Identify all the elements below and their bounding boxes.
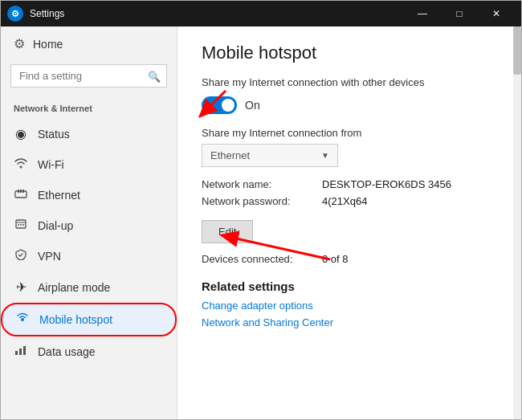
sidebar-item-dialup[interactable]: Dial-up [1, 210, 177, 241]
home-icon: ⚙ [14, 36, 25, 51]
sidebar-label-hotspot: Mobile hotspot [39, 313, 112, 326]
devices-connected-key: Devices connected: [202, 253, 306, 265]
share-from-label: Share my Internet connection from [202, 127, 497, 139]
svg-point-6 [18, 224, 19, 226]
sidebar-label-status: Status [38, 128, 70, 141]
scrollbar-thumb[interactable] [513, 27, 521, 75]
toggle-state-label: On [245, 99, 260, 112]
svg-rect-12 [23, 346, 26, 355]
change-adapter-link[interactable]: Change adapter options [202, 300, 497, 312]
search-icon: 🔍 [148, 70, 161, 82]
chevron-down-icon: ▼ [321, 151, 329, 160]
datausage-icon [14, 345, 28, 359]
network-name-val: DESKTOP-EROK6DS 3456 [322, 178, 451, 190]
sidebar-item-ethernet[interactable]: Ethernet [1, 180, 177, 210]
devices-connected-row: Devices connected: 0 of 8 [202, 253, 497, 265]
network-password-key: Network password: [202, 195, 306, 207]
settings-window: ⚙ Settings — □ ✕ ⚙ Home 🔍 Network & Inte… [0, 0, 522, 420]
sidebar-item-datausage[interactable]: Data usage [1, 336, 177, 367]
wifi-icon [14, 157, 28, 172]
dropdown-value: Ethernet [210, 149, 250, 161]
devices-connected-val: 0 of 8 [322, 253, 349, 265]
svg-point-9 [21, 318, 24, 321]
sidebar-item-status[interactable]: ◉ Status [1, 118, 177, 149]
hotspot-toggle[interactable] [202, 96, 237, 114]
sidebar-item-hotspot[interactable]: Mobile hotspot [1, 303, 177, 336]
svg-rect-3 [22, 190, 24, 193]
vpn-icon [14, 249, 28, 263]
search-box: 🔍 [10, 64, 167, 88]
window-controls: — □ ✕ [404, 1, 515, 27]
sidebar-label-dialup: Dial-up [38, 219, 73, 232]
edit-button[interactable]: Edit [202, 220, 253, 243]
panel-title: Mobile hotspot [202, 43, 497, 63]
sidebar-label-wifi: Wi-Fi [38, 158, 64, 171]
connection-dropdown[interactable]: Ethernet ▼ [202, 144, 338, 167]
svg-rect-1 [18, 190, 19, 193]
sidebar-label-ethernet: Ethernet [38, 189, 80, 202]
network-password-val: 4(21Xq64 [322, 195, 367, 207]
share-label: Share my Internet connection with other … [202, 76, 497, 88]
sidebar-label-vpn: VPN [38, 250, 61, 263]
toggle-row: On [202, 96, 497, 114]
sidebar-item-vpn[interactable]: VPN [1, 241, 177, 271]
search-input[interactable] [10, 64, 167, 88]
sidebar-item-wifi[interactable]: Wi-Fi [1, 149, 177, 180]
maximize-button[interactable]: □ [441, 1, 478, 27]
svg-rect-10 [15, 351, 18, 355]
related-settings-title: Related settings [202, 279, 497, 293]
dialup-icon [14, 218, 28, 233]
sidebar-section-label: Network & Internet [1, 97, 177, 118]
main-content: ⚙ Home 🔍 Network & Internet ◉ Status [1, 27, 521, 419]
app-icon: ⚙ [7, 6, 23, 22]
sidebar-label-airplane: Airplane mode [38, 281, 110, 294]
network-name-key: Network name: [202, 178, 306, 190]
right-panel: Mobile hotspot Share my Internet connect… [177, 27, 521, 419]
scrollbar-track[interactable] [513, 27, 521, 419]
sidebar-label-datausage: Data usage [38, 345, 96, 358]
close-button[interactable]: ✕ [478, 1, 515, 27]
svg-rect-11 [19, 349, 22, 355]
network-name-row: Network name: DESKTOP-EROK6DS 3456 [202, 178, 497, 190]
network-sharing-link[interactable]: Network and Sharing Center [202, 316, 497, 328]
hotspot-icon [15, 312, 30, 327]
sidebar-item-airplane[interactable]: ✈ Airplane mode [1, 271, 177, 303]
home-label: Home [33, 38, 63, 51]
window-title: Settings [30, 8, 404, 19]
svg-point-8 [22, 224, 24, 226]
sidebar: ⚙ Home 🔍 Network & Internet ◉ Status [1, 27, 177, 419]
minimize-button[interactable]: — [404, 1, 441, 27]
svg-rect-2 [20, 190, 22, 193]
sidebar-item-home[interactable]: ⚙ Home [1, 27, 177, 61]
status-icon: ◉ [14, 126, 28, 141]
svg-point-7 [20, 224, 22, 226]
airplane-icon: ✈ [14, 279, 28, 295]
ethernet-icon [14, 188, 28, 202]
title-bar: ⚙ Settings — □ ✕ [1, 1, 521, 27]
network-password-row: Network password: 4(21Xq64 [202, 195, 497, 207]
